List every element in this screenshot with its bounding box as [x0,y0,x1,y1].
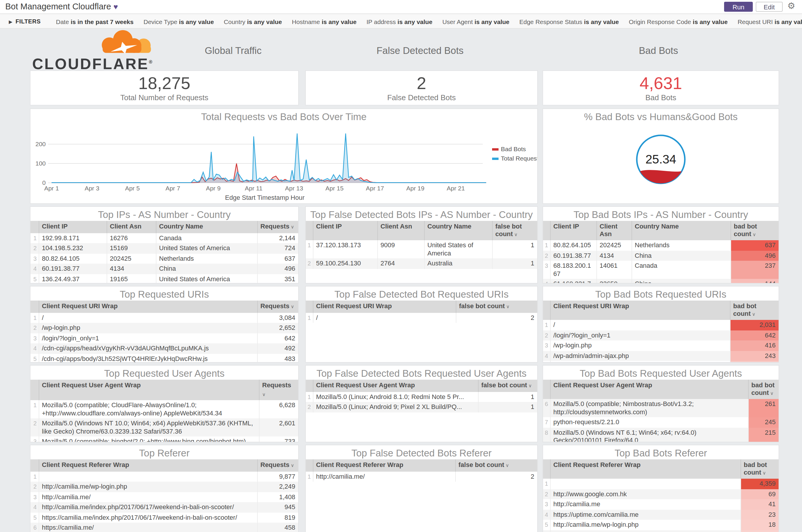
column-header-bad-bot-count[interactable]: bad bot count ∨ [741,459,779,479]
cell[interactable]: http://camilia.me/ [550,530,741,532]
cell[interactable]: 4134 [107,264,156,274]
cell[interactable]: 202425 [596,240,631,250]
value-cell[interactable]: 642 [730,330,779,340]
filter-item-hostname[interactable]: Hostname is any value [292,18,357,25]
legend-swatch-bad-bots[interactable] [492,148,499,151]
cell[interactable]: Canada [631,261,730,279]
cell[interactable]: /cdn-cgi/apps/body/3Lh52SjWTQ4HRlErJykHq… [39,354,257,363]
cell[interactable]: Mozilla/5.0 (compatible; Nimbostratus-Bo… [550,399,748,417]
value-cell[interactable]: 144 [730,279,779,284]
cell[interactable]: 202425 [107,253,156,264]
filter-item-date[interactable]: Date is in the past 7 weeks [56,18,134,25]
cell[interactable]: United States of America [156,274,257,284]
cell[interactable]: 19165 [107,274,156,284]
cell[interactable]: United States of America [156,243,257,253]
cell[interactable] [550,479,741,489]
value-cell[interactable]: 496 [257,264,298,274]
cell[interactable]: China [631,279,730,284]
value-cell[interactable]: 733 [259,437,298,442]
cell[interactable]: / [313,312,456,323]
cell[interactable]: python-requests/2.21.0 [550,417,748,428]
cell[interactable]: http://camilia.me [550,499,741,510]
cell[interactable]: /wp-login.php [39,323,257,333]
column-header-false-bot-count[interactable]: false bot count ∨ [456,301,537,312]
column-header-client-request-referer-wrap[interactable]: Client Request Referer Wrap [313,459,455,471]
cell[interactable]: 60.191.38.77 [39,264,107,274]
cell[interactable]: 37.120.138.173 [313,240,377,259]
cell[interactable]: / [39,312,257,323]
cell[interactable]: China [631,250,730,261]
value-cell[interactable]: 496 [730,250,779,261]
cell[interactable]: https://camilia.me/ [39,522,257,532]
column-header-bad-bot-count[interactable]: bad bot count ∨ [730,301,779,320]
column-header-country-name[interactable]: Country Name [156,221,257,233]
value-cell[interactable]: 492 [257,343,298,354]
column-header-client-request-uri-wrap[interactable]: Client Request URI Wrap [313,301,456,312]
value-cell[interactable]: 2,601 [259,418,298,437]
column-header-bad-bot-count[interactable]: bad bot count ∨ [730,221,779,240]
value-cell[interactable]: 1 [492,240,537,259]
value-cell[interactable]: 3,084 [257,312,298,323]
value-cell[interactable]: 124 [730,361,779,363]
column-header-requests[interactable]: Requests ∨ [257,301,298,312]
legend-swatch-total-requests[interactable] [492,158,499,160]
cell[interactable]: Australia [424,259,492,269]
filter-item-request-uri[interactable]: Request URI is any value [738,18,802,25]
column-header-requests[interactable]: Requests ∨ [257,221,298,233]
cell[interactable]: http://camilia.me/ [39,492,257,502]
value-cell[interactable]: 1 [478,402,537,412]
value-cell[interactable]: 1,408 [257,492,298,502]
cell[interactable]: 59.100.254.130 [313,259,377,269]
cell[interactable]: 16276 [107,233,156,243]
column-header-requests[interactable]: Requests ∨ [259,380,298,400]
value-cell[interactable]: 215 [748,428,779,442]
run-button[interactable]: Run [724,2,753,12]
cell[interactable]: /login/?login_only=1 [550,330,730,340]
column-header-client-request-user-agent-wrap[interactable]: Client Request User Agent Wrap [550,380,748,399]
column-header-requests[interactable]: Requests ∨ [257,459,298,471]
value-cell[interactable]: 642 [257,333,298,343]
cell[interactable]: Netherlands [156,253,257,264]
filter-item-device-type[interactable]: Device Type is any value [144,18,214,25]
value-cell[interactable]: 724 [257,243,298,253]
cell[interactable]: http://camilia.me/index.php/2017/06/17/w… [39,502,257,512]
filter-item-origin-response-code[interactable]: Origin Response Code is any value [629,18,728,25]
cell[interactable]: 136.24.49.37 [39,274,107,284]
value-cell[interactable]: 4,359 [741,479,779,489]
cell[interactable]: /xmlrpc.php [550,361,730,363]
value-cell[interactable]: 261 [748,399,779,417]
cell[interactable]: United States of America [424,240,492,259]
cell[interactable]: Mozilla/5.0 (compatible; bingbot/2.0; +h… [39,437,259,442]
cell[interactable]: 80.82.64.105 [39,253,107,264]
column-header-client-request-uri-wrap[interactable]: Client Request URI Wrap [550,301,730,320]
value-cell[interactable]: 11 [741,530,779,532]
value-cell[interactable]: 243 [730,351,779,361]
cell[interactable]: /wp-login.php [550,340,730,351]
cell[interactable]: Canada [156,233,257,243]
value-cell[interactable]: 6,628 [259,400,298,418]
cell[interactable]: 61.160.221.73 [550,279,596,284]
column-header-client-ip[interactable]: Client IP [39,221,107,233]
column-header-client-asn[interactable]: Client Asn [107,221,156,233]
value-cell[interactable]: 637 [257,253,298,264]
cell[interactable]: 68.183.200.167 [550,261,596,279]
value-cell[interactable]: 1 [478,392,537,402]
cell[interactable]: 15169 [107,243,156,253]
value-cell[interactable]: 483 [257,354,298,363]
value-cell[interactable]: 9,877 [257,471,298,481]
value-cell[interactable]: 1 [492,259,537,269]
cell[interactable]: 60.191.38.77 [550,250,596,261]
cell[interactable]: Mozilla/5.0 (Linux; Android 8.1.0; Redmi… [313,392,478,402]
column-header-client-request-referer-wrap[interactable]: Client Request Referer Wrap [550,459,741,479]
cell[interactable]: https://camilia.me/index.php/2017/06/17/… [39,512,257,522]
cell[interactable]: 9009 [377,240,424,259]
value-cell[interactable]: 637 [730,240,779,250]
cell[interactable]: Netherlands [631,240,730,250]
value-cell[interactable]: 2,249 [257,481,298,492]
cell[interactable]: 14061 [596,261,631,279]
legend-label-total-requests[interactable]: Total Requests [501,155,537,162]
filter-item-edge-response-status[interactable]: Edge Response Status is any value [519,18,619,25]
column-header-client-asn[interactable]: Client Asn [596,221,631,240]
cell[interactable]: / [550,320,730,330]
value-cell[interactable]: 245 [748,417,779,428]
